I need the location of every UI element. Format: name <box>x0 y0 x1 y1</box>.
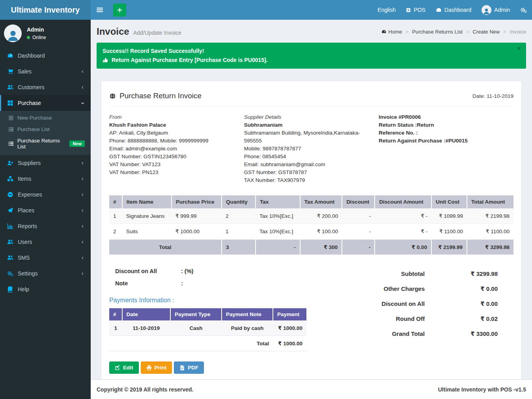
settings-menu[interactable] <box>515 0 532 20</box>
invoice-parties: From Khush Fashion Palace AP: Ankali, Ci… <box>109 113 513 184</box>
app-logo[interactable]: Ultimate Inventory <box>0 0 91 20</box>
cell-discount: - <box>342 208 375 224</box>
col-tax-amount: Tax Amount <box>300 195 342 208</box>
cell-purchase-price: ₹ 1000.00 <box>172 224 222 240</box>
from-gst: GST Number: GSTIN123456780 <box>109 153 234 161</box>
summary-row-discount: Discount on All ₹ 0.00 <box>355 296 498 311</box>
breadcrumb-home[interactable]: Home <box>381 29 402 35</box>
sidebar-item-purchase[interactable]: Purchase <box>0 95 91 111</box>
sidebar-item-purchase-list[interactable]: Purchase List <box>0 124 91 135</box>
user-menu[interactable]: Admin <box>476 0 515 20</box>
supplier-phone: Phone: 08545454 <box>244 153 369 161</box>
sidebar-item-new-purchase[interactable]: New Purchase <box>0 112 91 124</box>
sidebar-user-status: Online <box>27 35 46 40</box>
sidebar-item-places[interactable]: Places <box>0 202 91 218</box>
sidebar-item-label: Suppliers <box>18 160 41 166</box>
top-navbar: English POS Dashboard Admin <box>91 0 532 20</box>
invoice-number: Invoice #PR0006 <box>379 113 504 121</box>
payments-column: Discount on All : (%) Note : Payments In… <box>109 265 314 351</box>
bar-chart-icon <box>7 223 13 229</box>
summary-label: Grand Total <box>355 330 425 337</box>
quick-add-button[interactable] <box>113 4 126 17</box>
sidebar-item-help[interactable]: Help <box>0 281 91 297</box>
breadcrumb-create-new[interactable]: Create New <box>473 29 500 35</box>
supplier-name: Subhramaniam <box>244 121 369 129</box>
sidebar-item-label: Places <box>18 207 34 214</box>
supplier-mobile: Mobile: 9897878787877 <box>244 145 369 153</box>
sidebar-item-expenses[interactable]: Expenses <box>0 187 91 202</box>
breadcrumb-purchase-returns-list[interactable]: Purchase Returns List <box>412 29 463 35</box>
sidebar-item-dashboard[interactable]: Dashboard <box>0 48 91 64</box>
breadcrumb: Home > Purchase Returns List > Create Ne… <box>381 29 526 35</box>
dashboard-link[interactable]: Dashboard <box>431 0 477 20</box>
summary-label: Discount on All <box>355 300 425 307</box>
home-icon <box>381 29 386 34</box>
discount-on-all-value: : (%) <box>181 268 193 274</box>
payments-total-value: ₹ 1000.00 <box>273 336 306 351</box>
cell-index: 1 <box>109 320 122 336</box>
breadcrumb-label: Create New <box>473 29 500 35</box>
cell-unit-cost: ₹ 1099.99 <box>431 208 467 224</box>
page-title: Invoice <box>97 26 129 37</box>
close-icon[interactable]: × <box>517 45 521 52</box>
chevron-left-icon <box>80 69 85 74</box>
col-payment-note: Payment Note <box>222 308 273 320</box>
print-button[interactable]: Print <box>141 362 172 374</box>
avatar <box>4 24 22 42</box>
sidebar-item-sms[interactable]: SMS <box>0 250 91 266</box>
invoice-card: Purchase Return Invoice Date: 11-10-2019… <box>101 81 521 379</box>
chevron-down-icon <box>80 101 85 105</box>
sidebar-item-purchase-returns-list[interactable]: Purchase Returns List New <box>0 135 91 152</box>
user-icon <box>483 7 490 15</box>
chevron-left-icon <box>80 193 85 197</box>
chevron-left-icon <box>80 224 85 229</box>
total-total-amount: ₹ 3299.98 <box>467 239 513 255</box>
pdf-button-label: PDF <box>188 365 198 371</box>
sidebar-item-customers[interactable]: Customers <box>0 79 91 95</box>
col-index: # <box>109 308 122 320</box>
sidebar-item-sales[interactable]: Sales <box>0 64 91 79</box>
pos-link[interactable]: POS <box>401 0 431 20</box>
breadcrumb-separator: > <box>405 29 409 35</box>
cell-index: 1 <box>109 208 122 224</box>
sidebar-item-settings[interactable]: Settings <box>0 266 91 281</box>
total-quantity: 3 <box>222 239 256 255</box>
avatar <box>482 5 491 15</box>
pdf-file-icon <box>179 365 185 371</box>
table-row: 1 Signature Jeans ₹ 999.99 2 Tax 10%[Exc… <box>109 208 513 224</box>
sidebar-user-panel: Admin Online <box>0 20 91 48</box>
sidebar-item-users[interactable]: Users <box>0 234 91 250</box>
edit-button[interactable]: Edit <box>109 362 139 374</box>
dashboard-label: Dashboard <box>444 7 472 13</box>
list-icon <box>8 127 14 132</box>
language-menu[interactable]: English <box>372 0 401 20</box>
user-name-label: Admin <box>494 7 510 13</box>
sidebar-item-suppliers[interactable]: Suppliers <box>0 155 91 171</box>
user-icon <box>6 29 20 42</box>
chevron-left-icon <box>80 177 85 181</box>
summary-value: ₹ 3299.98 <box>425 270 498 277</box>
chevron-left-icon <box>80 240 85 244</box>
col-payment: Payment <box>273 308 306 320</box>
sidebar-menu: Dashboard Sales Customers Purchase N <box>0 48 91 399</box>
sidebar-item-items[interactable]: Items <box>0 171 91 187</box>
col-purchase-price: Purchase Price <box>172 195 222 208</box>
sidebar-toggle-button[interactable] <box>91 0 109 20</box>
payment-row: 1 11-10-2019 Cash Paid by cash ₹ 1000.00 <box>109 320 306 336</box>
items-total-row: Total 3 - ₹ 300 - ₹ 0.00 ₹ 2199.99 ₹ 329… <box>109 239 513 255</box>
pdf-button[interactable]: PDF <box>174 362 204 374</box>
discount-on-all-row: Discount on All : (%) <box>109 268 314 274</box>
cell-quantity: 1 <box>222 224 256 240</box>
cubes-icon <box>7 176 13 182</box>
plus-icon <box>117 7 123 13</box>
sidebar-item-label: Expenses <box>18 191 42 198</box>
copyright-text: Copyright © 2019 All rights reserved. <box>97 386 194 393</box>
cell-unit-cost: ₹ 1100.00 <box>431 224 467 240</box>
chevron-left-icon <box>80 256 85 260</box>
cell-payment-type: Cash <box>170 320 222 336</box>
sidebar-item-reports[interactable]: Reports <box>0 218 91 234</box>
summary-label: Round Off <box>355 315 425 322</box>
supplier-address: Subhramaniam Building, MysoreIndia,Karna… <box>244 129 369 145</box>
new-badge: New <box>69 140 85 147</box>
app-title: Ultimate Inventory <box>11 6 80 15</box>
